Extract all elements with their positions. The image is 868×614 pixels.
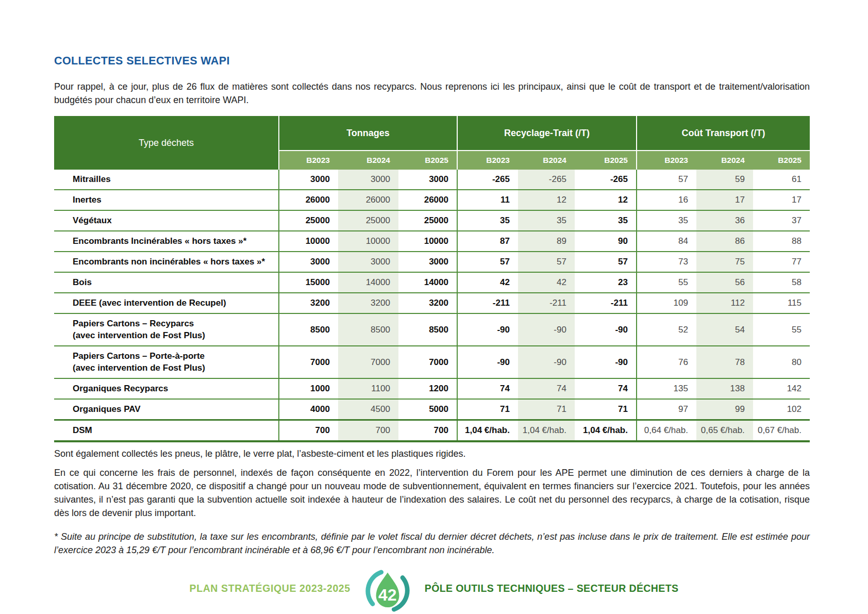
footer-section-title: PÔLE OUTILS TECHNIQUES – SECTEUR DÉCHETS (425, 583, 679, 594)
cell-tonnages-b2024: 3200 (338, 293, 398, 313)
table-row: DSM7007007001,04 €/hab.1,04 €/hab.1,04 €… (54, 420, 810, 442)
table-row: Encombrants non incinérables « hors taxe… (54, 252, 810, 272)
cell-tonnages-b2024: 26000 (338, 190, 398, 210)
cell-recyclage-b2025: 90 (575, 231, 637, 252)
cell-tonnages-b2024: 1100 (338, 378, 398, 399)
cell-recyclage-b2025: -265 (575, 170, 637, 190)
row-label: Organiques Recyparcs (54, 378, 279, 399)
cell-recyclage-b2024: 71 (518, 399, 575, 420)
note-other-collected: Sont également collectés les pneus, le p… (54, 447, 810, 460)
year-header-tonnages-b2025: B2025 (398, 151, 457, 170)
year-header-transport-b2025: B2025 (753, 151, 810, 170)
column-group-recyclage-trait: Recyclage-Trait (/T) (457, 116, 637, 151)
cell-recyclage-b2024: 57 (518, 252, 575, 272)
cell-tonnages-b2025: 8500 (398, 313, 457, 346)
cell-tonnages-b2024: 700 (338, 420, 398, 442)
cell-transport-b2024: 36 (696, 210, 753, 231)
cell-tonnages-b2025: 25000 (398, 210, 457, 231)
footnote-asterisk: * Suite au principe de substitution, la … (54, 530, 810, 557)
cell-transport-b2024: 99 (696, 399, 753, 420)
year-header-tonnages-b2024: B2024 (338, 151, 398, 170)
cell-tonnages-b2024: 14000 (338, 272, 398, 293)
cell-recyclage-b2025: 71 (575, 399, 637, 420)
cell-tonnages-b2025: 10000 (398, 231, 457, 252)
cell-recyclage-b2023: 42 (457, 272, 518, 293)
row-label: Encombrants non incinérables « hors taxe… (54, 252, 279, 272)
cell-transport-b2025: 77 (753, 252, 810, 272)
page-title: COLLECTES SELECTIVES WAPI (54, 55, 810, 68)
cell-recyclage-b2025: 35 (575, 210, 637, 231)
cell-transport-b2023: 0,64 €/hab. (637, 420, 696, 442)
cell-tonnages-b2023: 10000 (279, 231, 338, 252)
cell-recyclage-b2024: 12 (518, 190, 575, 210)
cell-recyclage-b2024: -90 (518, 313, 575, 346)
row-label: Papiers Cartons – Recyparcs(avec interve… (54, 313, 279, 346)
cell-transport-b2023: 73 (637, 252, 696, 272)
cell-transport-b2024: 59 (696, 170, 753, 190)
table-row: Papiers Cartons – Porte-à-porte(avec int… (54, 346, 810, 378)
cell-transport-b2023: 97 (637, 399, 696, 420)
cell-tonnages-b2023: 8500 (279, 313, 338, 346)
table-row: DEEE (avec intervention de Recupel)32003… (54, 293, 810, 313)
personnel-paragraph: En ce qui concerne les frais de personne… (54, 466, 810, 520)
cell-transport-b2023: 84 (637, 231, 696, 252)
cell-tonnages-b2024: 10000 (338, 231, 398, 252)
cell-tonnages-b2023: 700 (279, 420, 338, 442)
collectes-selectives-table: Type déchets Tonnages Recyclage-Trait (/… (54, 116, 810, 442)
table-body: Mitrailles300030003000-265-265-265575961… (54, 170, 810, 441)
cell-recyclage-b2023: -90 (457, 346, 518, 378)
table-row: Organiques Recyparcs10001100120074747413… (54, 378, 810, 399)
cell-tonnages-b2023: 25000 (279, 210, 338, 231)
cell-transport-b2023: 57 (637, 170, 696, 190)
cell-recyclage-b2025: 23 (575, 272, 637, 293)
cell-recyclage-b2024: 35 (518, 210, 575, 231)
cell-recyclage-b2023: 11 (457, 190, 518, 210)
cell-transport-b2024: 78 (696, 346, 753, 378)
table-row: Papiers Cartons – Recyparcs(avec interve… (54, 313, 810, 346)
cell-transport-b2023: 35 (637, 210, 696, 231)
cell-tonnages-b2024: 3000 (338, 170, 398, 190)
cell-transport-b2025: 142 (753, 378, 810, 399)
document-page: COLLECTES SELECTIVES WAPI Pour rappel, à… (0, 0, 868, 614)
cell-tonnages-b2024: 25000 (338, 210, 398, 231)
cell-transport-b2023: 16 (637, 190, 696, 210)
cell-transport-b2024: 54 (696, 313, 753, 346)
cell-transport-b2025: 55 (753, 313, 810, 346)
cell-transport-b2024: 75 (696, 252, 753, 272)
cell-tonnages-b2023: 3000 (279, 252, 338, 272)
cell-tonnages-b2025: 1200 (398, 378, 457, 399)
cell-tonnages-b2023: 1000 (279, 378, 338, 399)
cell-recyclage-b2023: 74 (457, 378, 518, 399)
cell-recyclage-b2024: -90 (518, 346, 575, 378)
cell-transport-b2024: 86 (696, 231, 753, 252)
cell-tonnages-b2023: 7000 (279, 346, 338, 378)
row-label: Inertes (54, 190, 279, 210)
cell-tonnages-b2024: 7000 (338, 346, 398, 378)
year-header-recyclage-b2025: B2025 (575, 151, 637, 170)
cell-tonnages-b2025: 3200 (398, 293, 457, 313)
cell-recyclage-b2024: 74 (518, 378, 575, 399)
cell-transport-b2025: 61 (753, 170, 810, 190)
table-header: Type déchets Tonnages Recyclage-Trait (/… (54, 116, 810, 170)
cell-transport-b2025: 88 (753, 231, 810, 252)
cell-transport-b2025: 58 (753, 272, 810, 293)
table-row: Encombrants Incinérables « hors taxes »*… (54, 231, 810, 252)
cell-transport-b2025: 102 (753, 399, 810, 420)
cell-tonnages-b2025: 14000 (398, 272, 457, 293)
row-label: DEEE (avec intervention de Recupel) (54, 293, 279, 313)
row-label: Papiers Cartons – Porte-à-porte(avec int… (54, 346, 279, 378)
year-header-tonnages-b2023: B2023 (279, 151, 338, 170)
year-header-recyclage-b2023: B2023 (457, 151, 518, 170)
cell-transport-b2023: 76 (637, 346, 696, 378)
cell-recyclage-b2023: 71 (457, 399, 518, 420)
row-label: Organiques PAV (54, 399, 279, 420)
cell-tonnages-b2025: 5000 (398, 399, 457, 420)
cell-recyclage-b2025: 74 (575, 378, 637, 399)
table-row: Végétaux250002500025000353535353637 (54, 210, 810, 231)
cell-tonnages-b2025: 7000 (398, 346, 457, 378)
cell-tonnages-b2024: 8500 (338, 313, 398, 346)
cell-transport-b2024: 17 (696, 190, 753, 210)
cell-transport-b2024: 138 (696, 378, 753, 399)
table-row: Inertes260002600026000111212161717 (54, 190, 810, 210)
cell-tonnages-b2025: 3000 (398, 170, 457, 190)
